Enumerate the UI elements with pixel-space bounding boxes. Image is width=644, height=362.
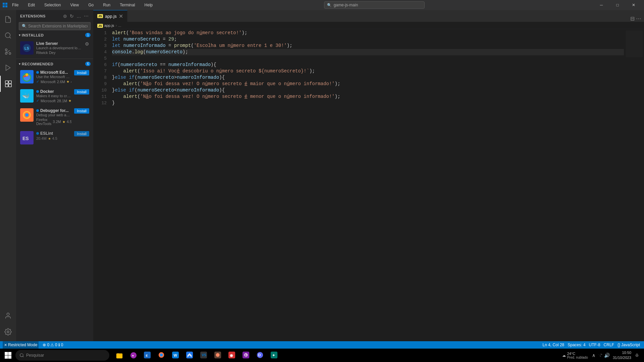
activity-bottom <box>0 308 16 340</box>
extension-item-firefox[interactable]: Debugger for... Debug your web applicati… <box>16 106 93 128</box>
svg-point-45 <box>216 353 220 357</box>
ms-publisher-icon: ✓ <box>36 79 39 84</box>
ms-edge-name: Microsoft Ed... <box>40 70 68 75</box>
close-button[interactable]: ✕ <box>626 0 641 10</box>
svg-point-6 <box>9 53 11 55</box>
menu-selection[interactable]: Selection <box>42 2 63 8</box>
clear-extensions-button[interactable]: … <box>76 13 82 19</box>
menu-view[interactable]: View <box>68 2 81 8</box>
breadcrumb-file[interactable]: JSapp.js <box>97 23 114 27</box>
installed-section-header[interactable]: ▾ INSTALLED 1 <box>16 32 93 39</box>
extension-item-ms-edge[interactable]: Microsoft Ed... Use the Microsoft Edge T… <box>16 67 93 86</box>
firefox-install-button[interactable]: Install <box>74 108 89 114</box>
activity-bar <box>0 10 16 341</box>
taskbar-app-3[interactable] <box>155 349 168 362</box>
extension-item-live-server[interactable]: LS Live Server Launch a development loca… <box>16 39 93 57</box>
errors-status[interactable]: ⊗ 0 ⚠ 0 ℹ 0 <box>41 341 64 349</box>
line-numbers: 12345 678910 1112 <box>93 29 111 341</box>
ms-edge-install-button[interactable]: Install <box>74 70 89 75</box>
account-activity[interactable] <box>0 308 16 324</box>
extension-item-eslint[interactable]: ES ESLint 20.4M ★ 4.5 Install <box>16 128 93 147</box>
taskbar-app-10[interactable]: D <box>254 349 267 362</box>
extension-item-docker[interactable]: 🐳 Docker Makes it easy to create, man...… <box>16 86 93 106</box>
menu-edit[interactable]: Edit <box>26 2 37 8</box>
more-editor-button[interactable]: ⋯ <box>636 15 641 22</box>
taskbar-app-7[interactable] <box>211 349 225 362</box>
star-icon: ★ <box>62 120 65 124</box>
menu-file[interactable]: File <box>10 2 20 8</box>
menu-go[interactable]: Go <box>86 2 96 8</box>
menu-bar[interactable]: File Edit Selection View Go Run Terminal… <box>10 2 155 8</box>
explorer-activity[interactable] <box>0 11 16 27</box>
systray-network-icon[interactable] <box>597 352 603 358</box>
tab-close-button[interactable]: ✕ <box>119 13 123 19</box>
language-mode[interactable]: {} JavaScript <box>616 341 641 349</box>
svg-rect-12 <box>5 84 8 87</box>
extensions-activity[interactable] <box>0 76 16 92</box>
weather-widget[interactable]: ☁ 24°C Pred. nublado <box>562 352 588 359</box>
taskbar-app-9[interactable]: S <box>239 349 253 362</box>
taskbar-app-6[interactable]: VS <box>197 349 211 362</box>
menu-help[interactable]: Help <box>143 2 155 8</box>
minimize-button[interactable]: ─ <box>594 0 609 10</box>
live-server-settings-button[interactable]: ⚙ <box>85 41 89 47</box>
star-icon: ★ <box>66 80 69 83</box>
menu-run[interactable]: Run <box>101 2 112 8</box>
taskbar-app-8[interactable]: ◉ <box>225 349 239 362</box>
docker-install-button[interactable]: Install <box>74 89 89 95</box>
notifications-button[interactable] <box>634 352 640 358</box>
svg-rect-11 <box>9 81 11 83</box>
extensions-search[interactable]: 🔍 <box>19 22 91 30</box>
live-server-desc: Launch a development local ... <box>36 46 82 50</box>
extensions-search-input[interactable] <box>28 24 88 28</box>
code-content[interactable]: alert('Boas vindas ao jogo do número sec… <box>111 29 624 341</box>
taskbar-app-11[interactable]: ✦ <box>268 349 281 362</box>
taskbar-app-1[interactable]: ● <box>127 349 140 362</box>
taskbar-search[interactable]: Pesquisar <box>15 350 109 361</box>
settings-activity[interactable] <box>0 324 16 340</box>
svg-point-4 <box>5 33 10 38</box>
indentation[interactable]: Spaces: 4 <box>566 341 587 349</box>
svg-text:●: ● <box>132 354 134 357</box>
code-line-10: }else if(numeroSecreto<numeroInformado){ <box>112 87 624 94</box>
ms-edge-desc: Use the Microsoft Edge Tool... <box>36 75 71 79</box>
weather-temp: 24°C <box>567 352 588 356</box>
taskbar-pinned-apps: ● E W <box>113 349 281 362</box>
cursor-position[interactable]: Ln 4, Col 28 <box>541 341 566 349</box>
taskbar-file-explorer[interactable] <box>113 349 126 362</box>
docker-name: Docker <box>40 89 54 94</box>
line-ending[interactable]: CRLF <box>602 341 615 349</box>
taskbar-app-5[interactable] <box>183 349 197 362</box>
search-activity[interactable] <box>0 27 16 44</box>
line-ending-label: CRLF <box>604 343 614 347</box>
taskbar-app-4[interactable]: W <box>169 349 182 362</box>
debug-activity[interactable] <box>0 60 16 76</box>
taskbar-app-2[interactable]: E <box>141 349 154 362</box>
recommended-section-header[interactable]: ▾ RECOMMENDED 6 <box>16 60 93 67</box>
menu-terminal[interactable]: Terminal <box>118 2 137 8</box>
refresh-extensions-button[interactable]: ↻ <box>69 13 74 19</box>
sidebar-header: EXTENSIONS ⊜ ↻ … ⋯ <box>16 10 93 21</box>
restricted-mode-button[interactable]: ✕ Restricted Mode <box>3 341 39 349</box>
systray-up-arrow[interactable]: ∧ <box>591 352 597 358</box>
systray: ∧ 🔊 <box>591 352 610 358</box>
svg-rect-2 <box>3 5 5 7</box>
eslint-install-button[interactable]: Install <box>74 131 89 136</box>
source-control-activity[interactable] <box>0 44 16 60</box>
recommended-count-badge: 6 <box>85 62 91 66</box>
svg-text:S: S <box>245 354 247 357</box>
sidebar-actions: ⊜ ↻ … ⋯ <box>62 13 89 19</box>
split-editor-button[interactable]: ⊟ <box>630 15 635 22</box>
title-search[interactable]: 🔍 app.js game-js-main <box>324 1 425 9</box>
systray-sound-icon[interactable]: 🔊 <box>604 352 610 358</box>
code-line-9: alert('Não foi dessa vez! O número secre… <box>112 81 624 87</box>
code-editor[interactable]: 12345 678910 1112 alert('Boas vindas ao … <box>93 29 644 341</box>
clock[interactable]: 10:50 31/10/2023 <box>613 350 631 361</box>
encoding[interactable]: UTF-8 <box>588 341 602 349</box>
start-button[interactable] <box>1 349 15 362</box>
more-actions-button[interactable]: ⋯ <box>83 13 89 19</box>
tab-app-js[interactable]: JS app.js ✕ <box>93 10 127 22</box>
maximize-button[interactable]: □ <box>610 0 625 10</box>
filter-extensions-button[interactable]: ⊜ <box>62 13 68 19</box>
breadcrumb-item[interactable]: ... <box>118 23 121 27</box>
